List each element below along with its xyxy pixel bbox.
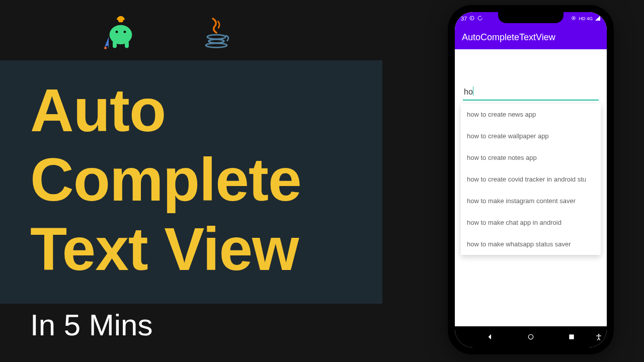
status-sync-icon [477, 15, 483, 22]
suggestion-item[interactable]: how to make chat app in android [461, 212, 601, 233]
java-icon [201, 15, 231, 52]
android-nav-bar [455, 326, 607, 347]
status-signal-icon [595, 15, 601, 22]
nav-home-button[interactable] [527, 333, 535, 341]
autocomplete-input[interactable] [463, 84, 599, 101]
svg-point-6 [104, 47, 107, 49]
title-line-3: Text View [30, 214, 352, 284]
svg-point-3 [116, 31, 118, 33]
suggestion-item[interactable]: how to create notes app [461, 147, 601, 168]
status-network-label: HD 4G [579, 16, 593, 21]
title-line-2: Complete [30, 145, 352, 214]
suggestion-dropdown: how to create news app how to create wal… [461, 104, 601, 255]
app-bar-title: AutoCompleteTextView [462, 32, 555, 43]
title-block: Auto Complete Text View [0, 60, 382, 304]
android-studio-icon [101, 13, 141, 55]
app-bar: AutoCompleteTextView [455, 25, 607, 49]
icons-row [101, 13, 231, 55]
phone-screen: 37 HD 4G AutoCompleteTextView [455, 12, 607, 347]
svg-point-15 [598, 334, 600, 335]
svg-point-9 [206, 43, 227, 47]
svg-point-0 [110, 25, 132, 44]
suggestion-item[interactable]: how to create wallpaper app [461, 125, 601, 147]
title-line-1: Auto [30, 75, 352, 145]
suggestion-item[interactable]: how to create covid tracker in android s… [461, 168, 601, 190]
subtitle-text: In 5 Mins [30, 308, 152, 342]
app-content: how to create news app how to create wal… [455, 49, 607, 326]
suggestion-item[interactable]: how to make whatsapp status saver [461, 233, 601, 255]
svg-point-8 [209, 39, 224, 43]
autocomplete-field-wrap [463, 84, 599, 101]
nav-back-button[interactable] [486, 333, 494, 341]
phone-frame: 37 HD 4G AutoCompleteTextView [448, 5, 614, 354]
status-cloud-icon [469, 15, 475, 22]
thumbnail-left: Auto Complete Text View In 5 Mins [0, 0, 413, 362]
svg-rect-1 [113, 41, 117, 48]
suggestion-item[interactable]: how to create news app [461, 104, 601, 125]
status-hotspot-icon [571, 15, 577, 22]
nav-accessibility-icon[interactable] [595, 333, 603, 341]
status-time: 37 [461, 16, 467, 22]
svg-point-13 [528, 334, 533, 339]
suggestion-item[interactable]: how to make instagram content saver [461, 190, 601, 212]
phone-notch [498, 12, 564, 23]
nav-recent-button[interactable] [568, 333, 576, 341]
text-cursor [473, 86, 473, 96]
svg-point-7 [207, 35, 225, 39]
svg-point-11 [573, 18, 575, 19]
svg-rect-5 [118, 18, 123, 22]
svg-rect-14 [569, 334, 574, 339]
svg-point-4 [124, 31, 126, 33]
svg-rect-2 [125, 41, 129, 48]
